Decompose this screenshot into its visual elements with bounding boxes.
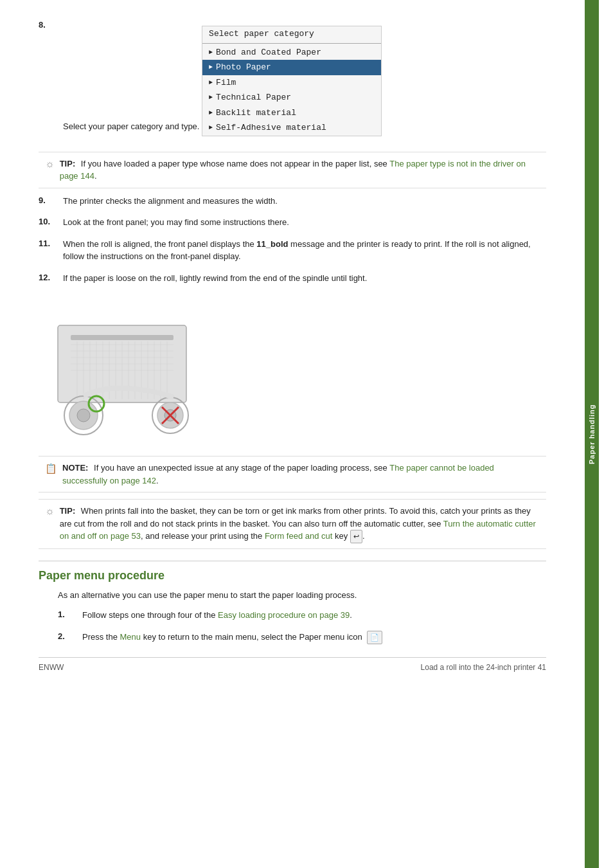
svg-rect-1 bbox=[71, 335, 173, 340]
tip-2-text: TIP: When prints fall into the basket, t… bbox=[60, 505, 540, 543]
paper-category-menu: Select paper category ► Bond and Coated … bbox=[202, 26, 382, 136]
step-12-text: If the paper is loose on the roll, light… bbox=[63, 272, 546, 285]
section-step-1-content: Follow steps one through four of the Eas… bbox=[82, 609, 546, 622]
step-12-number: 12. bbox=[39, 272, 63, 282]
form-feed-icon: ↩ bbox=[350, 530, 362, 543]
footer-left: ENWW bbox=[39, 663, 64, 672]
note-after: . bbox=[156, 476, 159, 485]
note-icon: 📋 bbox=[45, 463, 57, 475]
step-8: 8. Select your paper category and type. … bbox=[39, 19, 546, 143]
section-step-1-before: Follow steps one through four of the bbox=[82, 610, 218, 620]
menu-item-technical[interactable]: ► Technical Paper bbox=[202, 90, 381, 105]
section-step-2-link[interactable]: Menu bbox=[120, 632, 141, 642]
tip-1-before: If you have loaded a paper type whose na… bbox=[81, 159, 389, 168]
section-step-2-before: Press the bbox=[82, 632, 120, 642]
step-10: 10. Look at the front panel; you may fin… bbox=[39, 216, 546, 229]
step-8-number: 8. bbox=[39, 19, 63, 30]
section-step-1-number: 1. bbox=[58, 609, 82, 619]
tip-1-label: TIP: bbox=[60, 159, 76, 168]
step-10-number: 10. bbox=[39, 216, 63, 226]
note-before: If you have an unexpected issue at any s… bbox=[94, 463, 389, 473]
tip-2-icon: ☼ bbox=[45, 505, 55, 517]
footer: ENWW Load a roll into the 24-inch printe… bbox=[39, 657, 546, 672]
svg-point-24 bbox=[77, 409, 90, 422]
menu-item-film[interactable]: ► Film bbox=[202, 75, 381, 91]
step-12: 12. If the paper is loose on the roll, l… bbox=[39, 272, 546, 285]
step-11-number: 11. bbox=[39, 238, 63, 248]
step-8-content: Select your paper category and type. Sel… bbox=[63, 19, 546, 143]
menu-item-selfadhesive[interactable]: ► Self-Adhesive material bbox=[202, 120, 381, 136]
step-9-number: 9. bbox=[39, 195, 63, 205]
section-step-2-after: key to return to the main menu, select t… bbox=[141, 632, 362, 642]
arrow-icon-technical: ► bbox=[209, 93, 213, 102]
step-10-text: Look at the front panel; you may find so… bbox=[63, 216, 546, 229]
note-text: NOTE: If you have an unexpected issue at… bbox=[62, 462, 540, 487]
step-11-content: When the roll is aligned, the front pane… bbox=[63, 238, 546, 263]
step-9: 9. The printer checks the alignment and … bbox=[39, 195, 546, 208]
step-8-text: Select your paper category and type. bbox=[63, 122, 199, 131]
footer-right: Load a roll into the 24-inch printer 41 bbox=[421, 663, 546, 672]
step-11-ready: 11_bold bbox=[256, 239, 288, 249]
section-step-2-content: Press the Menu key to return to the main… bbox=[82, 631, 546, 644]
side-tab: Paper handling bbox=[585, 0, 599, 868]
tip-1-text: TIP: If you have loaded a paper type who… bbox=[60, 158, 540, 183]
tip-2-link2[interactable]: Form feed and cut bbox=[265, 531, 333, 541]
step-11-text-before: When the roll is aligned, the front pane… bbox=[63, 239, 254, 249]
tip-2-mid: , and release your print using the bbox=[141, 531, 265, 541]
main-content: 8. Select your paper category and type. … bbox=[0, 0, 585, 868]
tip-2: ☼ TIP: When prints fall into the basket,… bbox=[39, 499, 546, 549]
menu-item-bond[interactable]: ► Bond and Coated Paper bbox=[202, 45, 381, 60]
arrow-icon-bond: ► bbox=[209, 48, 213, 57]
arrow-icon-selfadhesive: ► bbox=[209, 123, 213, 132]
menu-header: Select paper category bbox=[202, 26, 381, 44]
menu-item-backlit[interactable]: ► Backlit material bbox=[202, 105, 381, 121]
section-step-1: 1. Follow steps one through four of the … bbox=[58, 609, 546, 622]
section-step-1-after: . bbox=[350, 610, 352, 620]
note-box: 📋 NOTE: If you have an unexpected issue … bbox=[39, 456, 546, 493]
printer-image bbox=[51, 300, 225, 441]
page-wrapper: 8. Select your paper category and type. … bbox=[0, 0, 613, 868]
arrow-icon-backlit: ► bbox=[209, 108, 213, 118]
section-step-2: 2. Press the Menu key to return to the m… bbox=[58, 631, 546, 644]
section-step-1-link[interactable]: Easy loading procedure on page 39 bbox=[218, 610, 350, 620]
note-label: NOTE: bbox=[62, 463, 88, 473]
tip-1: ☼ TIP: If you have loaded a paper type w… bbox=[39, 152, 546, 188]
step-9-text: The printer checks the alignment and mea… bbox=[63, 195, 546, 208]
paper-menu-icon: 📄 bbox=[367, 631, 382, 644]
menu-item-photo[interactable]: ► Photo Paper bbox=[202, 60, 381, 75]
section-title: Paper menu procedure bbox=[39, 561, 546, 583]
tip-1-icon: ☼ bbox=[45, 158, 55, 170]
tip-1-after: . bbox=[94, 171, 97, 181]
arrow-icon-film: ► bbox=[209, 78, 213, 87]
section-intro: As an alternative you can use the paper … bbox=[58, 589, 546, 602]
section-step-2-number: 2. bbox=[58, 631, 82, 641]
tip-2-label: TIP: bbox=[60, 506, 76, 516]
arrow-icon-photo: ► bbox=[209, 62, 213, 72]
step-11: 11. When the roll is aligned, the front … bbox=[39, 238, 546, 263]
tip-2-end: key ↩. bbox=[332, 531, 364, 541]
